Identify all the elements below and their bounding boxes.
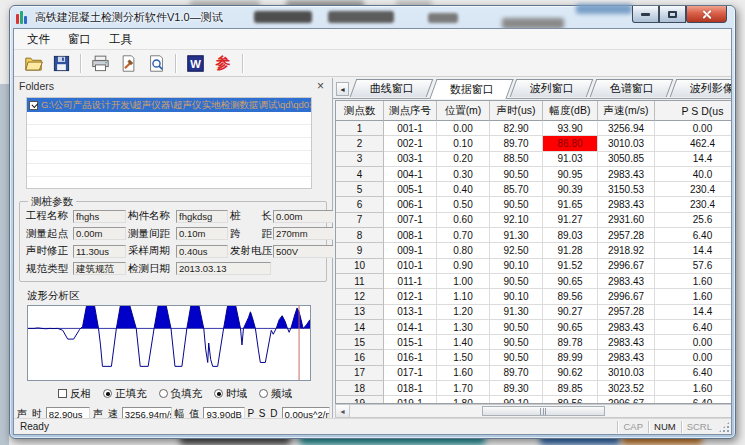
reference-button[interactable]: 参	[210, 52, 236, 75]
positive-fill-radio[interactable]: 正填充	[103, 387, 147, 401]
folder-open-icon	[24, 54, 43, 73]
table-row[interactable]: 6006-10.5090.5091.652983.43230.4	[336, 197, 732, 212]
table-row[interactable]: 16016-11.5090.5089.992983.430.00	[336, 350, 732, 365]
table-cell: 010-1	[384, 259, 437, 274]
print-preview-button[interactable]	[143, 52, 169, 75]
pile-params-title: 测桩参数	[28, 195, 76, 209]
table-cell: 009-1	[384, 243, 437, 258]
table-row[interactable]: 3003-10.2088.5091.033050.8514.4	[336, 152, 732, 167]
param-label: 声时修正	[26, 244, 71, 258]
menu-item[interactable]: 文件	[18, 30, 59, 49]
menu-item[interactable]: 工具	[100, 30, 141, 49]
minimize-button[interactable]	[632, 6, 659, 23]
table-cell: 3150.53	[598, 182, 655, 197]
list-row	[27, 151, 311, 164]
table-cell: 011-1	[384, 274, 437, 289]
param-value[interactable]: fhgkdsg	[176, 210, 228, 223]
time-domain-radio[interactable]: 时域	[214, 387, 247, 401]
maximize-button[interactable]	[659, 6, 686, 23]
param-value[interactable]: 2013.03.13	[176, 262, 271, 275]
minimize-icon	[641, 13, 650, 16]
table-row[interactable]: 5005-10.4085.7090.393150.53230.4	[336, 182, 732, 197]
column-header: 测点数	[336, 101, 384, 121]
table-row[interactable]: 17017-11.6089.7090.623010.036.40	[336, 366, 732, 381]
status-indicator-cap: CAP	[617, 421, 648, 433]
table-cell: 14.4	[655, 243, 732, 258]
param-label: 桩 长	[230, 209, 271, 223]
horizontal-scrollbar[interactable]: ◄ ►	[335, 404, 732, 418]
table-cell: 82.90	[490, 121, 543, 136]
negative-fill-radio[interactable]: 负填充	[159, 387, 203, 401]
tab-item[interactable]: 色谱窗口	[590, 79, 674, 97]
table-row[interactable]: 19019-11.8090.1089.562996.676.40	[336, 396, 732, 404]
data-table: 测点数测点序号位置(m)声时(us)幅度(dB)声速(m/s)P S D(us …	[335, 100, 732, 404]
panel-close-icon[interactable]: ×	[314, 81, 327, 91]
tab-item[interactable]: 波列窗口	[510, 79, 594, 97]
param-value[interactable]: 500V	[273, 245, 334, 258]
param-value[interactable]: 270mm	[273, 227, 334, 240]
menu-item[interactable]: 窗口	[59, 30, 100, 49]
frequency-domain-radio[interactable]: 频域	[259, 387, 292, 401]
table-cell: 90.10	[490, 289, 543, 304]
table-cell: 1.60	[655, 274, 732, 289]
scroll-left-icon[interactable]: ◄	[336, 405, 350, 417]
table-cell: 25.6	[655, 213, 732, 228]
table-cell: 90.62	[543, 366, 598, 381]
resize-grip[interactable]	[718, 421, 730, 433]
param-value[interactable]: 0.10m	[176, 227, 228, 240]
export-tool-button[interactable]	[115, 52, 141, 75]
param-value[interactable]: 0.00m	[273, 210, 334, 223]
invert-checkbox[interactable]: 反相	[58, 387, 91, 401]
table-row[interactable]: 2002-10.1089.7086.803010.03462.4	[336, 136, 732, 151]
table-cell: 90.50	[490, 274, 543, 289]
word-export-button[interactable]: W	[182, 52, 208, 75]
table-row[interactable]: 12012-11.1090.1089.562996.671.60	[336, 289, 732, 304]
checkbox-icon[interactable]	[29, 101, 38, 110]
waveform-chart[interactable]	[27, 305, 311, 381]
table-row[interactable]: 11011-11.0090.5090.652983.431.60	[336, 274, 732, 289]
list-row	[27, 177, 311, 189]
status-indicator-num: NUM	[648, 421, 681, 433]
invert-label: 反相	[70, 387, 91, 401]
table-cell: 0.50	[437, 197, 490, 212]
folder-item[interactable]: G:\公司产品设计开发\超声仪器\超声仪实地检测数据调试\qd\qd03\qd0…	[27, 98, 311, 112]
title-bar[interactable]: 高铁建混凝土检测分析软件V1.0—测试	[10, 6, 735, 28]
table-row[interactable]: 18018-11.7089.3089.853023.521.60	[336, 381, 732, 396]
data-panel: ◄ 曲线窗口数据窗口波列窗口色谱窗口波列影像 ► 测点数测点序号位置(m)声时(…	[333, 78, 732, 418]
folder-list[interactable]: G:\公司产品设计开发\超声仪器\超声仪实地检测数据调试\qd\qd03\qd0…	[26, 97, 312, 189]
print-button[interactable]	[87, 52, 113, 75]
param-label: 工程名称	[26, 209, 71, 223]
table-row[interactable]: 7007-10.6092.1091.272931.6025.6	[336, 213, 732, 228]
param-value[interactable]: fhghs	[73, 210, 126, 223]
tab-active[interactable]: 数据窗口	[429, 79, 513, 99]
column-header: 声速(m/s)	[598, 101, 655, 121]
table-row[interactable]: 8008-10.7091.3089.032957.286.40	[336, 228, 732, 243]
table-row[interactable]: 1001-10.0082.9093.903256.940.00	[336, 121, 732, 136]
horizontal-scroll-track[interactable]	[350, 405, 732, 417]
horizontal-scroll-thumb[interactable]	[482, 406, 606, 416]
table-cell: 0.20	[437, 152, 490, 167]
table-cell: 12	[336, 289, 384, 304]
table-row[interactable]: 15015-11.4090.5089.782983.430.00	[336, 335, 732, 350]
table-row[interactable]: 10010-10.9090.1091.522996.6757.6	[336, 259, 732, 274]
table-cell: 2918.92	[598, 243, 655, 258]
param-value[interactable]: 0.40us	[176, 245, 228, 258]
tab-scroll-left-icon[interactable]: ◄	[336, 82, 349, 96]
table-cell: 1.30	[437, 320, 490, 335]
table-cell: 1.70	[437, 381, 490, 396]
table-row[interactable]: 9009-10.8092.5091.282918.9214.4	[336, 243, 732, 258]
tab-item[interactable]: 波列影像	[670, 79, 732, 97]
table-row[interactable]: 14014-11.3090.5090.652983.436.40	[336, 320, 732, 335]
table-cell: 92.10	[490, 213, 543, 228]
open-file-button[interactable]	[20, 52, 46, 75]
table-row[interactable]: 4004-10.3090.5090.952983.4340.0	[336, 167, 732, 182]
tab-item[interactable]: 曲线窗口	[350, 79, 434, 97]
param-value[interactable]: 11.30us	[73, 245, 126, 258]
save-button[interactable]	[48, 52, 74, 75]
word-icon: W	[186, 54, 205, 73]
param-value[interactable]: 建筑规范	[73, 262, 126, 275]
table-row[interactable]: 13013-11.2091.3090.272957.2814.4	[336, 305, 732, 320]
close-button[interactable]	[686, 6, 727, 23]
table-cell: 3050.85	[598, 152, 655, 167]
param-value[interactable]: 0.00m	[73, 227, 126, 240]
